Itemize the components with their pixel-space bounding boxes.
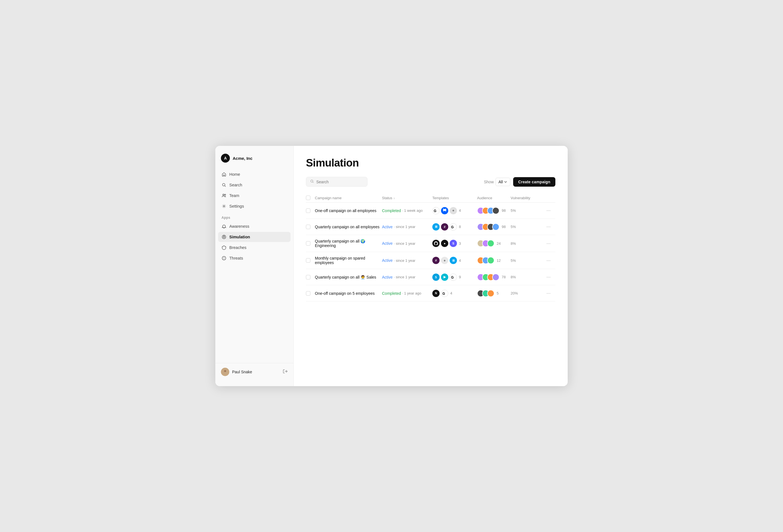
- sidebar-item-home[interactable]: Home: [218, 169, 290, 179]
- sort-icon: ↓: [394, 196, 395, 199]
- more-actions: ···: [544, 289, 555, 297]
- template-count: 9: [459, 275, 461, 279]
- sidebar-item-threats[interactable]: Threats: [218, 253, 290, 263]
- avatar-stack: [477, 207, 499, 214]
- audience-count: 98: [502, 208, 506, 213]
- template-count: 4: [450, 291, 452, 295]
- audience-cell: 24: [477, 240, 511, 247]
- vulnerability: 8%: [511, 241, 544, 245]
- sidebar-item-home-label: Home: [229, 172, 240, 176]
- header-templates: Templates: [432, 196, 477, 200]
- audience-cell: 12: [477, 257, 511, 264]
- audience-cell: 98: [477, 223, 511, 231]
- page-title: Simulation: [306, 157, 555, 169]
- more-actions: ···: [544, 239, 555, 247]
- sidebar-item-simulation[interactable]: Simulation: [218, 232, 290, 242]
- campaign-name[interactable]: One-off campaign on all employees: [315, 208, 382, 213]
- campaign-name[interactable]: Quarterly campaign on all 🧑‍💼 Sales: [315, 275, 382, 279]
- more-button[interactable]: ···: [544, 206, 553, 214]
- audience-cell: 5: [477, 290, 511, 297]
- templates-cell: G + 4: [432, 207, 477, 214]
- more-actions: ···: [544, 257, 555, 265]
- row-select-checkbox[interactable]: [306, 258, 310, 263]
- row-select-checkbox[interactable]: [306, 291, 310, 296]
- template-icon-slack: #: [432, 257, 440, 264]
- row-select-checkbox[interactable]: [306, 275, 310, 279]
- campaign-name[interactable]: Quarterly campaign on all employees: [315, 225, 382, 229]
- campaign-name[interactable]: One-off campaign on 5 employees: [315, 291, 382, 296]
- row-checkbox: [306, 258, 315, 263]
- settings-icon: [221, 204, 226, 209]
- svg-point-2: [224, 194, 226, 195]
- avatar-stack: [477, 257, 494, 264]
- search-box[interactable]: [306, 177, 368, 187]
- vulnerability: 5%: [511, 225, 544, 229]
- user-name: Paul Snake: [232, 370, 252, 374]
- campaign-name[interactable]: Quarterly campaign on all 🌍 Engineering: [315, 239, 382, 248]
- audience-count: 12: [497, 259, 501, 263]
- select-all-checkbox[interactable]: [306, 196, 310, 200]
- user-avatar: [221, 368, 229, 376]
- more-button[interactable]: ···: [544, 289, 553, 297]
- template-icon-google: G: [450, 223, 457, 231]
- sidebar-item-search[interactable]: Search: [218, 180, 290, 190]
- sidebar-item-awareness-label: Awareness: [229, 224, 249, 229]
- row-checkbox: [306, 275, 315, 279]
- status-cell: Active · since 1 year: [382, 225, 432, 229]
- more-button[interactable]: ···: [544, 257, 553, 265]
- status-detail: · since 1 year: [394, 225, 415, 229]
- svg-text:G: G: [442, 292, 445, 296]
- vulnerability: 5%: [511, 208, 544, 213]
- vulnerability: 20%: [511, 291, 544, 295]
- avatar-stack: [477, 290, 494, 297]
- avatar: [487, 290, 494, 297]
- create-campaign-button[interactable]: Create campaign: [513, 177, 555, 187]
- avatar: [487, 240, 494, 247]
- audience-cell: 98: [477, 207, 511, 214]
- row-select-checkbox[interactable]: [306, 208, 310, 213]
- row-select-checkbox[interactable]: [306, 225, 310, 229]
- more-button[interactable]: ···: [544, 273, 553, 281]
- status-detail: · 1 year ago: [402, 291, 421, 295]
- status-badge: Active: [382, 241, 393, 245]
- threats-icon: [221, 256, 226, 261]
- status-badge: Active: [382, 225, 393, 229]
- avatar-stack: [477, 240, 494, 247]
- svg-point-0: [223, 184, 225, 186]
- template-icon-plus2: +: [441, 257, 448, 264]
- header-checkbox-cell: [306, 196, 315, 200]
- status-badge: Completed: [382, 208, 401, 213]
- status-badge: Active: [382, 275, 393, 279]
- status-detail: · since 1 year: [394, 275, 415, 279]
- more-actions: ···: [544, 206, 555, 214]
- svg-point-9: [224, 370, 226, 372]
- template-icon-github: [432, 240, 440, 247]
- sidebar-item-breaches[interactable]: Breaches: [218, 242, 290, 253]
- more-actions: ···: [544, 273, 555, 281]
- status-badge: Completed: [382, 291, 401, 296]
- sidebar-nav: Home Search: [215, 169, 293, 211]
- sidebar-item-awareness[interactable]: Awareness: [218, 221, 290, 231]
- template-count: 4: [459, 259, 461, 263]
- search-input[interactable]: [316, 180, 363, 184]
- row-checkbox: [306, 291, 315, 296]
- campaign-name[interactable]: Monthly campaign on spared employees: [315, 256, 382, 265]
- row-checkbox: [306, 241, 315, 245]
- table-row: One-off campaign on all employees Comple…: [306, 203, 555, 219]
- sidebar-item-team[interactable]: Team: [218, 191, 290, 201]
- template-icon-google: G: [450, 273, 457, 281]
- templates-cell: # + ⊞ 4: [432, 257, 477, 264]
- filter-select[interactable]: All: [496, 178, 511, 186]
- table-row: Monthly campaign on spared employees Act…: [306, 252, 555, 269]
- search-icon: [221, 182, 226, 188]
- svg-text:G: G: [451, 275, 453, 279]
- more-button[interactable]: ···: [544, 239, 553, 247]
- more-button[interactable]: ···: [544, 223, 553, 231]
- sidebar: A Acme, Inc Home Sea: [215, 146, 294, 386]
- row-select-checkbox[interactable]: [306, 241, 310, 245]
- svg-point-1: [223, 194, 224, 196]
- logout-icon[interactable]: [283, 369, 288, 375]
- main-content: Simulation Show All: [294, 146, 568, 386]
- template-icon-stripe: S: [450, 240, 457, 247]
- sidebar-item-settings[interactable]: Settings: [218, 201, 290, 211]
